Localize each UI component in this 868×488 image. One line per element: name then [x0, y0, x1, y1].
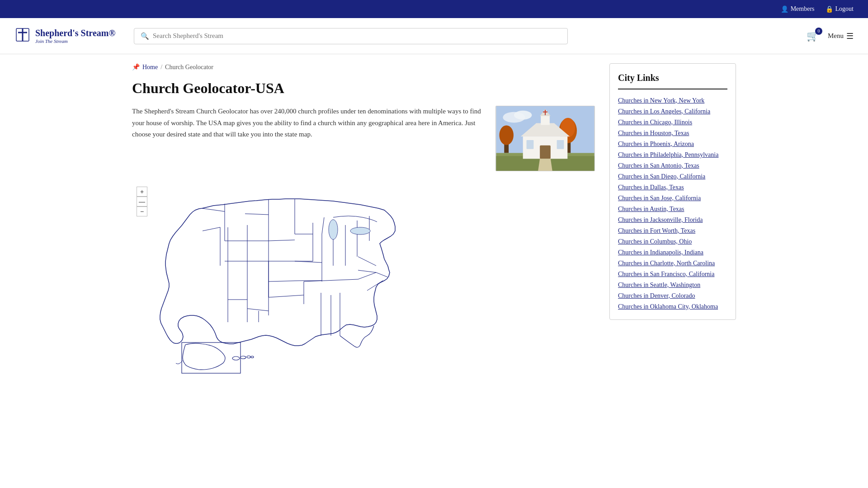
breadcrumb: 📌 Home / Church Geolocator [132, 63, 595, 71]
breadcrumb-separator: / [160, 64, 162, 71]
logout-label: Logout [835, 5, 854, 13]
main-header: Shepherd's Stream® Join The Stream 🔍 🛒 0… [0, 18, 868, 54]
city-link-2[interactable]: Churches in Chicago, Illinois [618, 119, 692, 126]
city-link-item: Churches in San Diego, California [618, 173, 727, 180]
city-link-item: Churches in Austin, Texas [618, 205, 727, 213]
usa-map-svg[interactable] [132, 182, 439, 376]
city-link-11[interactable]: Churches in Jacksonville, Florida [618, 216, 703, 223]
logo-name: Shepherd's Stream® [35, 28, 115, 38]
city-link-5[interactable]: Churches in Philadelphia, Pennsylvania [618, 151, 718, 158]
city-link-item: Churches in New York, New York [618, 97, 727, 104]
city-link-item: Churches in Seattle, Washington [618, 281, 727, 289]
search-bar: 🔍 [134, 28, 568, 44]
city-link-18[interactable]: Churches in Denver, Colorado [618, 292, 695, 299]
hamburger-icon: ☰ [846, 31, 854, 41]
logo-text: Shepherd's Stream® Join The Stream [35, 28, 115, 44]
map-zoom-out-button[interactable]: − [137, 206, 147, 216]
city-link-14[interactable]: Churches in Indianapolis, Indiana [618, 249, 703, 256]
city-link-item: Churches in Columbus, Ohio [618, 238, 727, 245]
svg-point-59 [350, 227, 370, 235]
map-controls: + — − [137, 187, 147, 216]
logo-area: Shepherd's Stream® Join The Stream [14, 27, 123, 45]
top-bar: 👤 Members 🔒 Logout [0, 0, 868, 18]
city-link-item: Churches in Los Angeles, California [618, 108, 727, 115]
map-zoom-separator-button[interactable]: — [137, 197, 147, 206]
city-link-7[interactable]: Churches in San Diego, California [618, 173, 705, 180]
sidebar: City Links Churches in New York, New Yor… [609, 63, 736, 376]
members-label: Members [791, 5, 815, 13]
city-links-box: City Links Churches in New York, New Yor… [609, 63, 736, 320]
search-icon: 🔍 [141, 32, 149, 40]
city-link-13[interactable]: Churches in Columbus, Ohio [618, 238, 692, 245]
logo-sub: Join The Stream [35, 38, 115, 44]
city-link-item: Churches in Dallas, Texas [618, 183, 727, 191]
search-input[interactable] [153, 32, 561, 40]
breadcrumb-home-link[interactable]: Home [142, 64, 158, 71]
svg-point-5 [514, 111, 532, 120]
city-links-title: City Links [618, 73, 727, 89]
city-link-item: Churches in Indianapolis, Indiana [618, 249, 727, 256]
city-link-1[interactable]: Churches in Los Angeles, California [618, 108, 710, 115]
members-link[interactable]: 👤 Members [781, 5, 815, 13]
city-link-item: Churches in Phoenix, Arizona [618, 140, 727, 148]
logout-link[interactable]: 🔒 Logout [826, 5, 854, 13]
map-zoom-in-button[interactable]: + [137, 187, 147, 197]
cart-badge: 0 [815, 28, 822, 35]
city-link-item: Churches in Jacksonville, Florida [618, 216, 727, 224]
svg-point-58 [329, 220, 338, 239]
cart-button[interactable]: 🛒 0 [807, 30, 819, 42]
svg-rect-16 [527, 140, 534, 149]
city-link-12[interactable]: Churches in Fort Worth, Texas [618, 227, 695, 234]
menu-label: Menu [828, 32, 844, 40]
city-link-8[interactable]: Churches in Dallas, Texas [618, 184, 684, 191]
city-link-item: Churches in San Jose, California [618, 194, 727, 202]
city-link-item: Churches in Denver, Colorado [618, 292, 727, 300]
page-title: Church Geolocator-USA [132, 80, 595, 97]
city-link-4[interactable]: Churches in Phoenix, Arizona [618, 141, 694, 147]
person-icon: 👤 [781, 5, 788, 13]
city-link-16[interactable]: Churches in San Francisco, California [618, 271, 714, 277]
city-link-15[interactable]: Churches in Charlotte, North Carolina [618, 260, 715, 267]
city-link-item: Churches in Oklahoma City, Oklahoma [618, 303, 727, 310]
city-link-10[interactable]: Churches in Austin, Texas [618, 206, 684, 212]
city-link-item: Churches in Fort Worth, Texas [618, 227, 727, 235]
logo-cross-icon [14, 27, 31, 45]
city-link-item: Churches in Philadelphia, Pennsylvania [618, 151, 727, 159]
city-link-item: Churches in San Antonio, Texas [618, 162, 727, 169]
city-link-6[interactable]: Churches in San Antonio, Texas [618, 162, 699, 169]
city-link-19[interactable]: Churches in Oklahoma City, Oklahoma [618, 303, 718, 310]
svg-rect-17 [557, 140, 564, 149]
menu-button[interactable]: Menu ☰ [828, 31, 854, 41]
svg-rect-23 [132, 182, 439, 376]
city-link-3[interactable]: Churches in Houston, Texas [618, 130, 689, 136]
header-right: 🛒 0 Menu ☰ [807, 30, 854, 42]
city-link-9[interactable]: Churches in San Jose, California [618, 195, 701, 202]
svg-rect-15 [540, 145, 551, 159]
breadcrumb-current: Church Geolocator [165, 64, 213, 71]
svg-rect-18 [541, 115, 550, 125]
city-links-list: Churches in New York, New YorkChurches i… [618, 97, 727, 310]
city-link-0[interactable]: Churches in New York, New York [618, 97, 704, 104]
main-content: 📌 Home / Church Geolocator Church Geoloc… [132, 63, 595, 376]
svg-marker-22 [538, 159, 552, 171]
intro-section: The Shepherd's Stream Church Geolocator … [132, 106, 595, 171]
church-image [495, 106, 595, 171]
city-link-item: Churches in Charlotte, North Carolina [618, 259, 727, 267]
breadcrumb-pin-icon: 📌 [132, 63, 140, 71]
city-link-item: Churches in San Francisco, California [618, 270, 727, 278]
city-link-item: Churches in Chicago, Illinois [618, 118, 727, 126]
intro-text: The Shepherd's Stream Church Geolocator … [132, 106, 485, 171]
content-wrap: 📌 Home / Church Geolocator Church Geoloc… [118, 54, 750, 385]
usa-map-container: + — − [132, 182, 439, 376]
city-link-item: Churches in Houston, Texas [618, 129, 727, 137]
svg-point-10 [499, 125, 514, 145]
city-link-17[interactable]: Churches in Seattle, Washington [618, 282, 700, 288]
logout-icon: 🔒 [826, 5, 833, 13]
